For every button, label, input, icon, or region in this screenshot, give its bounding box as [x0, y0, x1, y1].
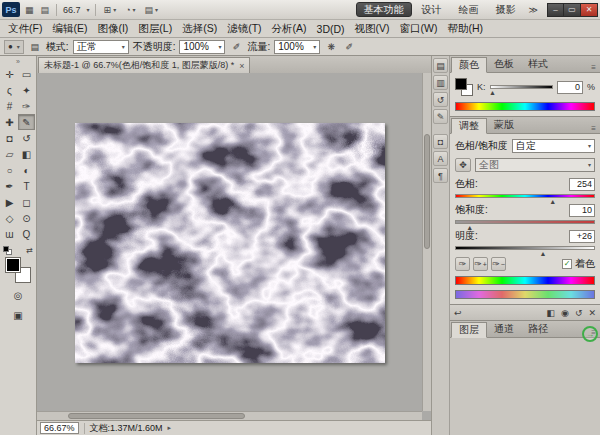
brush-preset-picker[interactable]: ● ▾	[4, 40, 24, 54]
arrange-documents-button[interactable]: ▤▾	[142, 2, 162, 17]
menu-select[interactable]: 选择(S)	[177, 22, 222, 36]
dock-icon-brush-presets[interactable]: ✎	[433, 109, 448, 124]
vertical-scroll-thumb[interactable]	[424, 134, 430, 249]
lightness-slider[interactable]: ▲	[455, 246, 595, 250]
tool-quick-select[interactable]: ✦	[18, 82, 35, 98]
channel-select[interactable]: 全图 ▾	[475, 158, 595, 172]
preset-select[interactable]: 自定 ▾	[512, 139, 595, 153]
launch-bridge-icon[interactable]: ▦	[23, 2, 36, 17]
colorize-checkbox[interactable]: ✓	[562, 259, 572, 269]
airbrush-icon[interactable]: ❋	[324, 42, 338, 52]
saturation-slider-thumb[interactable]: ▲	[466, 224, 473, 231]
menu-view[interactable]: 视图(V)	[350, 22, 395, 36]
hue-slider[interactable]: ▲	[455, 194, 595, 198]
dock-icon-clone-source[interactable]: ◘	[433, 134, 448, 149]
screen-rotate-button[interactable]: ◔▾	[122, 2, 138, 17]
menu-help[interactable]: 帮助(H)	[443, 22, 489, 36]
tab-styles[interactable]: 样式	[521, 56, 555, 72]
dock-icon-character[interactable]: A	[433, 151, 448, 166]
k-value-field[interactable]: 0	[557, 81, 583, 94]
horizontal-scrollbar[interactable]	[37, 411, 422, 420]
tool-3d-rotate[interactable]: ◇	[1, 210, 18, 226]
quick-mask-button[interactable]: ◎	[8, 287, 28, 303]
menu-layer[interactable]: 图层(L)	[133, 22, 177, 36]
menu-filter[interactable]: 滤镜(T)	[222, 22, 266, 36]
document-tab[interactable]: 未标题-1 @ 66.7%(色相/饱和度 1, 图层蒙版/8) * ×	[38, 57, 250, 73]
screen-mode-button[interactable]: ▣	[8, 307, 28, 323]
view-extras-icon[interactable]: ▤	[39, 2, 52, 17]
tool-shape[interactable]: ◻	[18, 194, 35, 210]
lightness-value-field[interactable]: +26	[569, 230, 595, 243]
add-sample-eyedropper-button[interactable]: ✑+	[473, 257, 488, 271]
menu-3d[interactable]: 3D(D)	[312, 23, 350, 35]
panel-foreground-swatch[interactable]	[455, 78, 467, 90]
workspace-essentials-button[interactable]: 基本功能	[356, 2, 412, 17]
panel-menu-icon[interactable]: ≡	[587, 63, 600, 72]
menu-window[interactable]: 窗口(W)	[395, 22, 443, 36]
size-pressure-icon[interactable]: ✐	[342, 42, 356, 52]
tool-marquee[interactable]: ▭	[18, 66, 35, 82]
hue-value-field[interactable]: 254	[569, 178, 595, 191]
return-to-adjustment-list-icon[interactable]: ↩	[454, 308, 462, 318]
toggle-visibility-icon[interactable]: ◉	[561, 308, 569, 318]
tool-brush[interactable]: ✎	[18, 114, 35, 130]
on-image-adjust-icon[interactable]: ✥	[455, 158, 471, 172]
menu-image[interactable]: 图像(I)	[92, 22, 133, 36]
tool-path-select[interactable]: ▶	[1, 194, 18, 210]
hue-slider-thumb[interactable]: ▲	[549, 198, 556, 205]
flow-select[interactable]: 100% ▾	[274, 40, 320, 54]
swap-colors-icon[interactable]: ⇄	[26, 246, 33, 255]
workspace-design-button[interactable]: 设计	[415, 2, 449, 17]
toggle-brush-panel-icon[interactable]: ▤	[28, 42, 42, 52]
delete-adjustment-icon[interactable]: ✕	[588, 308, 596, 318]
tab-color[interactable]: 颜色	[451, 57, 487, 73]
menu-edit[interactable]: 编辑(E)	[47, 22, 92, 36]
subtract-sample-eyedropper-button[interactable]: ✑−	[491, 257, 506, 271]
tool-3d-camera[interactable]: ⊙	[18, 210, 35, 226]
dock-icon-history[interactable]: ↺	[433, 92, 448, 107]
canvas-image[interactable]	[75, 123, 385, 363]
tool-eraser[interactable]: ▱	[1, 146, 18, 162]
menu-analysis[interactable]: 分析(A)	[267, 22, 312, 36]
horizontal-scroll-thumb[interactable]	[68, 413, 245, 419]
k-slider-thumb[interactable]: ▲	[489, 89, 496, 96]
opacity-pressure-icon[interactable]: ✐	[229, 42, 243, 52]
tool-pen[interactable]: ✒	[1, 178, 18, 194]
workspace-photography-button[interactable]: 摄影	[489, 2, 523, 17]
tool-clone-stamp[interactable]: ◘	[1, 130, 18, 146]
tool-zoom[interactable]: Q	[18, 226, 35, 242]
tab-swatches[interactable]: 色板	[487, 56, 521, 72]
tool-type[interactable]: T	[18, 178, 35, 194]
blend-mode-select[interactable]: 正常 ▾	[73, 40, 129, 54]
status-options-arrow-icon[interactable]: ▸	[168, 424, 172, 432]
tab-layers[interactable]: 图层	[451, 322, 487, 338]
restore-button[interactable]: ▭	[564, 3, 581, 17]
vertical-scrollbar[interactable]	[422, 73, 431, 411]
lightness-slider-thumb[interactable]: ▲	[539, 250, 546, 257]
tab-channels[interactable]: 通道	[487, 321, 521, 337]
tool-crop[interactable]: #	[1, 98, 18, 114]
workspace-painting-button[interactable]: 绘画	[452, 2, 486, 17]
tab-close-icon[interactable]: ×	[239, 61, 244, 71]
tool-gradient[interactable]: ◧	[18, 146, 35, 162]
tab-masks[interactable]: 蒙版	[487, 117, 521, 133]
default-colors-icon[interactable]	[3, 246, 12, 255]
menu-file[interactable]: 文件(F)	[3, 22, 47, 36]
close-button[interactable]: ✕	[581, 3, 598, 17]
reset-adjustment-icon[interactable]: ↺	[575, 308, 583, 318]
tool-move[interactable]: ✛	[1, 66, 18, 82]
saturation-value-field[interactable]: 10	[569, 204, 595, 217]
saturation-slider[interactable]: ▲	[455, 220, 595, 224]
tab-paths[interactable]: 路径	[521, 321, 555, 337]
dock-icon-histogram[interactable]: ▥	[433, 75, 448, 90]
tool-history-brush[interactable]: ↺	[18, 130, 35, 146]
canvas-pasteboard[interactable]	[37, 73, 431, 420]
toolbar-grip-icon[interactable]: »	[16, 57, 20, 66]
minimize-button[interactable]: –	[547, 3, 564, 17]
tab-adjustments[interactable]: 调整	[451, 118, 487, 134]
status-zoom-field[interactable]: 66.67%	[40, 422, 79, 434]
tool-lasso[interactable]: ς	[1, 82, 18, 98]
opacity-select[interactable]: 100% ▾	[179, 40, 225, 54]
k-slider[interactable]: ▲	[490, 85, 553, 89]
tool-eyedropper[interactable]: ✑	[18, 98, 35, 114]
